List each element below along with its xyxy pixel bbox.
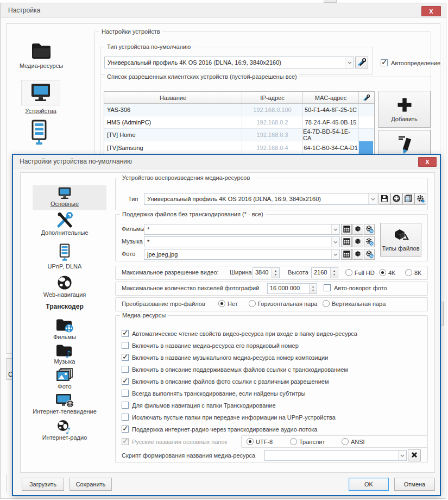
mpo-horizontal-radio[interactable]	[249, 300, 256, 307]
ok-button[interactable]: OK	[349, 478, 389, 491]
photo-grid-button[interactable]	[341, 249, 352, 260]
photo-extensions-combo[interactable]: jpe,jpeg,jpg	[144, 249, 340, 260]
autodetect-label[interactable]: Автоопределение	[391, 60, 440, 66]
media-option-checkbox[interactable]	[122, 414, 129, 421]
sidebar-item-main[interactable]: Основные	[24, 186, 105, 207]
sidebar-item-photo[interactable]: Фото	[24, 368, 105, 390]
clear-script-button[interactable]	[408, 449, 421, 461]
mpo-none-radio[interactable]	[218, 300, 225, 307]
media-option-checkbox[interactable]	[122, 366, 129, 373]
fullhd-radio[interactable]	[345, 269, 352, 276]
sidebar-item-movies[interactable]: Фильмы	[24, 317, 105, 340]
res-4k-radio[interactable]	[379, 269, 386, 276]
height-stepper[interactable]: 2160 ▲▼	[311, 267, 338, 278]
sidebar-item-internet-tv[interactable]: Интернет-телевидение	[24, 393, 105, 415]
fullhd-radio-label[interactable]: Full HD	[355, 270, 375, 276]
sidebar-item-music[interactable]: ♪ Музыка	[24, 343, 105, 365]
photo-types-button[interactable]	[352, 249, 363, 260]
chevron-down-icon[interactable]	[345, 57, 354, 68]
chevron-down-icon[interactable]	[331, 224, 339, 234]
save-profile-button[interactable]	[378, 193, 390, 205]
spinner-arrows[interactable]: ▲▼	[330, 268, 338, 278]
selected-tools-cell[interactable]	[359, 141, 373, 154]
res-8k-radio-label[interactable]: 8K	[414, 270, 421, 276]
media-option-label[interactable]: Включить в название музыкального медиа-р…	[132, 354, 328, 361]
chevron-down-icon[interactable]	[368, 193, 377, 204]
sidebar-item-label[interactable]: Музыка	[24, 358, 105, 365]
media-option-checkbox[interactable]	[122, 426, 129, 433]
utf8-radio-label[interactable]: UTF-8	[256, 439, 273, 445]
add-device-button[interactable]: Добавить	[378, 91, 431, 128]
media-option-label[interactable]: Исключать пустые папки при передаче инфо…	[132, 414, 336, 421]
sidebar-item-upnp-dlna[interactable]: UPnP, DLNA	[24, 243, 105, 270]
music-types-button[interactable]	[352, 236, 363, 247]
translit-radio[interactable]	[290, 438, 297, 445]
mpo-vertical-radio[interactable]	[323, 300, 330, 307]
sidebar-item-label[interactable]: UPnP, DLNA	[24, 263, 105, 270]
movies-transcode-off-button[interactable]	[364, 224, 375, 235]
sidebar-item-label[interactable]: Фото	[24, 383, 105, 390]
close-icon[interactable]: X	[418, 157, 437, 167]
media-option-label[interactable]: Включить в описание поддерживаемых файло…	[132, 366, 348, 373]
res-8k-radio[interactable]	[405, 269, 412, 276]
cancel-button[interactable]: Отмена	[394, 478, 435, 491]
tools-cell[interactable]	[359, 129, 373, 141]
chevron-down-icon[interactable]	[331, 237, 339, 247]
sidebar-item-devices-label[interactable]: Устройства	[21, 108, 60, 114]
height-value[interactable]: 2160	[312, 268, 330, 278]
sidebar-item-label[interactable]: Дополнительные	[24, 229, 105, 236]
media-option-checkbox[interactable]	[122, 342, 129, 349]
photo-transcode-off-button[interactable]	[364, 249, 375, 260]
table-row[interactable]: HMS (AdminPC) 192.168.0.2 78-24-AF-45-0B…	[104, 116, 374, 129]
res-4k-radio-label[interactable]: 4K	[388, 270, 395, 276]
media-option-checkbox[interactable]	[122, 354, 129, 361]
sidebar-item-label[interactable]: Основные	[24, 201, 105, 207]
column-header-mac[interactable]: MAC-адрес	[303, 92, 359, 103]
file-types-button[interactable]: Типы файлов	[380, 223, 421, 257]
autorotate-label[interactable]: Авто-поворот фото	[334, 285, 387, 291]
media-option-label[interactable]: Включить в описание файлов фото ссылки с…	[132, 378, 329, 385]
photo-pixels-value[interactable]: 16 000 000	[268, 284, 309, 293]
sidebar-item-web-navigation[interactable]: Web-навигация	[24, 274, 105, 298]
tools-cell[interactable]	[359, 104, 373, 116]
table-row[interactable]: [TV] Home 192.168.0.3 E4-7D-BD-54-1E-CA	[104, 129, 374, 141]
load-button[interactable]: Загрузить	[22, 478, 64, 491]
device-type-tools-button[interactable]	[355, 57, 368, 68]
movies-grid-button[interactable]	[341, 224, 352, 235]
autodetect-checkbox[interactable]	[381, 59, 388, 66]
media-option-label[interactable]: Включить в название медиа-ресурса его по…	[132, 342, 299, 349]
music-extensions-combo[interactable]: *	[144, 236, 340, 247]
copy-profile-button[interactable]	[402, 193, 414, 205]
chevron-down-icon[interactable]	[398, 451, 406, 460]
sidebar-item-label[interactable]: Интернет-радио	[24, 434, 105, 441]
music-grid-button[interactable]	[341, 236, 352, 247]
mpo-vertical-label[interactable]: Вертикальная пара	[332, 301, 386, 307]
table-row[interactable]: [TV]Samsung 192.168.0.4 64-1C-B0-34-CA-D…	[104, 141, 374, 154]
table-row[interactable]: YAS-306 192.168.0.100 50-F1-4A-6F-25-1C	[104, 104, 374, 116]
mpo-horizontal-label[interactable]: Горизонтальная пара	[258, 301, 317, 307]
translit-radio-label[interactable]: Транслит	[299, 439, 325, 445]
music-transcode-off-button[interactable]	[364, 236, 375, 247]
column-header-ip[interactable]: IP-адрес	[242, 92, 303, 103]
mpo-none-label[interactable]: Нет	[228, 301, 238, 307]
sidebar-item-label[interactable]: Интернет-телевидение	[24, 408, 105, 415]
media-option-checkbox[interactable]	[122, 390, 129, 397]
photo-pixels-stepper[interactable]: 16 000 000 ▲▼	[267, 283, 317, 294]
chevron-down-icon[interactable]	[331, 249, 339, 259]
sidebar-item-label[interactable]: Фильмы	[24, 334, 105, 340]
column-header-name[interactable]: Название	[104, 92, 242, 103]
autorotate-checkbox[interactable]	[324, 284, 331, 291]
server-icon[interactable]	[29, 120, 49, 149]
tools-cell[interactable]	[359, 116, 373, 128]
ansi-radio-label[interactable]: ANSI	[351, 439, 365, 445]
device-type-combo[interactable]: Универсальный профиль 4K OS 2016 (DLNA, …	[104, 57, 354, 68]
close-icon[interactable]: X	[421, 6, 441, 16]
sidebar-item-label[interactable]: Web-навигация	[24, 291, 105, 298]
media-option-label[interactable]: Всегда выполнять транскодирование, если …	[132, 390, 305, 397]
profile-settings-button[interactable]	[390, 193, 402, 205]
sidebar-item-media-resources[interactable]: Медиа-ресурсы	[11, 41, 71, 69]
media-option-label[interactable]: Автоматическое чтение свойств видео-ресу…	[132, 330, 357, 337]
media-option-label[interactable]: Для фильмов навигация с папки Транскодир…	[132, 402, 276, 409]
media-option-checkbox[interactable]	[122, 402, 129, 409]
naming-script-combo[interactable]	[264, 450, 407, 461]
